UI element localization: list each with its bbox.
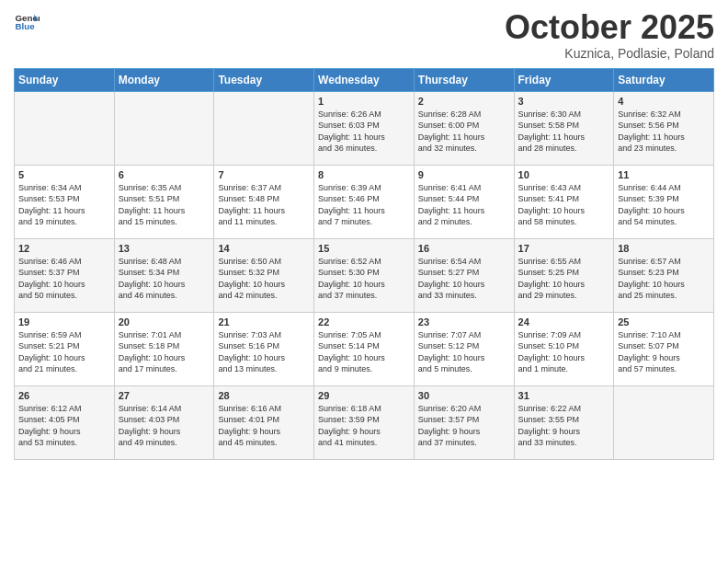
day-number: 16: [418, 243, 510, 254]
day-info: Sunrise: 6:52 AM Sunset: 5:30 PM Dayligh…: [318, 256, 410, 302]
day-number: 7: [218, 169, 310, 180]
calendar-week-row: 12Sunrise: 6:46 AM Sunset: 5:37 PM Dayli…: [15, 238, 714, 312]
day-number: 4: [618, 96, 710, 107]
table-row: 13Sunrise: 6:48 AM Sunset: 5:34 PM Dayli…: [114, 238, 214, 312]
table-row: 15Sunrise: 6:52 AM Sunset: 5:30 PM Dayli…: [314, 238, 415, 312]
header-monday: Monday: [114, 68, 214, 91]
calendar-week-row: 1Sunrise: 6:26 AM Sunset: 6:03 PM Daylig…: [15, 91, 714, 165]
day-info: Sunrise: 6:12 AM Sunset: 4:05 PM Dayligh…: [18, 403, 110, 449]
day-info: Sunrise: 6:59 AM Sunset: 5:21 PM Dayligh…: [18, 329, 110, 375]
table-row: 4Sunrise: 6:32 AM Sunset: 5:56 PM Daylig…: [614, 91, 714, 165]
day-info: Sunrise: 6:16 AM Sunset: 4:01 PM Dayligh…: [218, 403, 310, 449]
day-number: 28: [218, 390, 310, 401]
table-row: 9Sunrise: 6:41 AM Sunset: 5:44 PM Daylig…: [414, 165, 514, 238]
day-number: 10: [518, 169, 610, 180]
calendar-table: Sunday Monday Tuesday Wednesday Thursday…: [14, 68, 714, 460]
logo-icon: General Blue: [14, 9, 40, 35]
table-row: 29Sunrise: 6:18 AM Sunset: 3:59 PM Dayli…: [314, 385, 415, 459]
day-number: 13: [119, 243, 210, 254]
day-number: 21: [218, 316, 310, 327]
table-row: 21Sunrise: 7:03 AM Sunset: 5:16 PM Dayli…: [214, 312, 314, 385]
table-row: 7Sunrise: 6:37 AM Sunset: 5:48 PM Daylig…: [214, 165, 314, 238]
day-number: 3: [518, 96, 610, 107]
day-info: Sunrise: 6:20 AM Sunset: 3:57 PM Dayligh…: [418, 403, 510, 449]
table-row: 27Sunrise: 6:14 AM Sunset: 4:03 PM Dayli…: [114, 385, 214, 459]
table-row: 24Sunrise: 7:09 AM Sunset: 5:10 PM Dayli…: [514, 312, 614, 385]
table-row: 14Sunrise: 6:50 AM Sunset: 5:32 PM Dayli…: [214, 238, 314, 312]
table-row: [114, 91, 214, 165]
header-friday: Friday: [514, 68, 614, 91]
table-row: 16Sunrise: 6:54 AM Sunset: 5:27 PM Dayli…: [414, 238, 514, 312]
day-number: 20: [119, 316, 210, 327]
day-info: Sunrise: 6:55 AM Sunset: 5:25 PM Dayligh…: [518, 256, 610, 302]
calendar-page: General Blue October 2025 Kuznica, Podla…: [0, 0, 728, 563]
day-info: Sunrise: 7:01 AM Sunset: 5:18 PM Dayligh…: [119, 329, 210, 375]
day-info: Sunrise: 7:09 AM Sunset: 5:10 PM Dayligh…: [518, 329, 610, 375]
table-row: 8Sunrise: 6:39 AM Sunset: 5:46 PM Daylig…: [314, 165, 415, 238]
table-row: 5Sunrise: 6:34 AM Sunset: 5:53 PM Daylig…: [15, 165, 115, 238]
day-info: Sunrise: 7:07 AM Sunset: 5:12 PM Dayligh…: [418, 329, 510, 375]
day-number: 29: [318, 390, 410, 401]
table-row: 17Sunrise: 6:55 AM Sunset: 5:25 PM Dayli…: [514, 238, 614, 312]
table-row: 31Sunrise: 6:22 AM Sunset: 3:55 PM Dayli…: [514, 385, 614, 459]
day-info: Sunrise: 7:10 AM Sunset: 5:07 PM Dayligh…: [618, 329, 710, 375]
table-row: 25Sunrise: 7:10 AM Sunset: 5:07 PM Dayli…: [614, 312, 714, 385]
logo: General Blue: [14, 9, 40, 35]
table-row: 19Sunrise: 6:59 AM Sunset: 5:21 PM Dayli…: [15, 312, 115, 385]
header-tuesday: Tuesday: [214, 68, 314, 91]
calendar-week-row: 5Sunrise: 6:34 AM Sunset: 5:53 PM Daylig…: [15, 165, 714, 238]
table-row: 6Sunrise: 6:35 AM Sunset: 5:51 PM Daylig…: [114, 165, 214, 238]
day-info: Sunrise: 6:57 AM Sunset: 5:23 PM Dayligh…: [618, 256, 710, 302]
table-row: 10Sunrise: 6:43 AM Sunset: 5:41 PM Dayli…: [514, 165, 614, 238]
day-number: 14: [218, 243, 310, 254]
calendar-week-row: 26Sunrise: 6:12 AM Sunset: 4:05 PM Dayli…: [15, 385, 714, 459]
day-info: Sunrise: 6:28 AM Sunset: 6:00 PM Dayligh…: [418, 109, 510, 155]
day-number: 18: [618, 243, 710, 254]
day-number: 24: [518, 316, 610, 327]
day-number: 30: [418, 390, 510, 401]
day-number: 1: [318, 96, 410, 107]
day-info: Sunrise: 6:54 AM Sunset: 5:27 PM Dayligh…: [418, 256, 510, 302]
day-number: 11: [618, 169, 710, 180]
table-row: 22Sunrise: 7:05 AM Sunset: 5:14 PM Dayli…: [314, 312, 415, 385]
day-info: Sunrise: 6:37 AM Sunset: 5:48 PM Dayligh…: [218, 182, 310, 228]
day-info: Sunrise: 6:18 AM Sunset: 3:59 PM Dayligh…: [318, 403, 410, 449]
weekday-header-row: Sunday Monday Tuesday Wednesday Thursday…: [15, 68, 714, 91]
day-number: 9: [418, 169, 510, 180]
day-info: Sunrise: 6:30 AM Sunset: 5:58 PM Dayligh…: [518, 109, 610, 155]
table-row: 30Sunrise: 6:20 AM Sunset: 3:57 PM Dayli…: [414, 385, 514, 459]
header-wednesday: Wednesday: [314, 68, 415, 91]
day-info: Sunrise: 6:39 AM Sunset: 5:46 PM Dayligh…: [318, 182, 410, 228]
svg-text:Blue: Blue: [15, 21, 35, 31]
month-title: October 2025: [505, 9, 714, 46]
table-row: 12Sunrise: 6:46 AM Sunset: 5:37 PM Dayli…: [15, 238, 115, 312]
table-row: 1Sunrise: 6:26 AM Sunset: 6:03 PM Daylig…: [314, 91, 415, 165]
day-number: 17: [518, 243, 610, 254]
day-info: Sunrise: 6:48 AM Sunset: 5:34 PM Dayligh…: [119, 256, 210, 302]
day-info: Sunrise: 6:41 AM Sunset: 5:44 PM Dayligh…: [418, 182, 510, 228]
day-number: 2: [418, 96, 510, 107]
day-number: 25: [618, 316, 710, 327]
table-row: [214, 91, 314, 165]
day-number: 15: [318, 243, 410, 254]
day-number: 8: [318, 169, 410, 180]
table-row: 11Sunrise: 6:44 AM Sunset: 5:39 PM Dayli…: [614, 165, 714, 238]
table-row: [15, 91, 115, 165]
day-number: 12: [18, 243, 110, 254]
day-info: Sunrise: 6:26 AM Sunset: 6:03 PM Dayligh…: [318, 109, 410, 155]
day-info: Sunrise: 6:50 AM Sunset: 5:32 PM Dayligh…: [218, 256, 310, 302]
table-row: 26Sunrise: 6:12 AM Sunset: 4:05 PM Dayli…: [15, 385, 115, 459]
table-row: 20Sunrise: 7:01 AM Sunset: 5:18 PM Dayli…: [114, 312, 214, 385]
day-info: Sunrise: 6:32 AM Sunset: 5:56 PM Dayligh…: [618, 109, 710, 155]
day-info: Sunrise: 6:43 AM Sunset: 5:41 PM Dayligh…: [518, 182, 610, 228]
table-row: 23Sunrise: 7:07 AM Sunset: 5:12 PM Dayli…: [414, 312, 514, 385]
day-info: Sunrise: 7:05 AM Sunset: 5:14 PM Dayligh…: [318, 329, 410, 375]
table-row: 3Sunrise: 6:30 AM Sunset: 5:58 PM Daylig…: [514, 91, 614, 165]
day-number: 26: [18, 390, 110, 401]
header-saturday: Saturday: [614, 68, 714, 91]
day-number: 19: [18, 316, 110, 327]
day-info: Sunrise: 6:35 AM Sunset: 5:51 PM Dayligh…: [119, 182, 210, 228]
day-number: 5: [18, 169, 110, 180]
day-info: Sunrise: 6:46 AM Sunset: 5:37 PM Dayligh…: [18, 256, 110, 302]
day-info: Sunrise: 6:22 AM Sunset: 3:55 PM Dayligh…: [518, 403, 610, 449]
